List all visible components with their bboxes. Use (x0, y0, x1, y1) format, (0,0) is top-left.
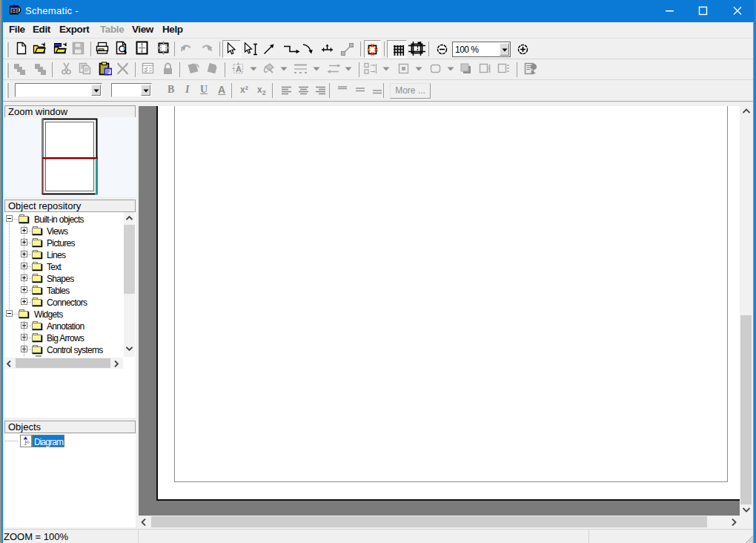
svg-text:A: A (236, 65, 242, 73)
